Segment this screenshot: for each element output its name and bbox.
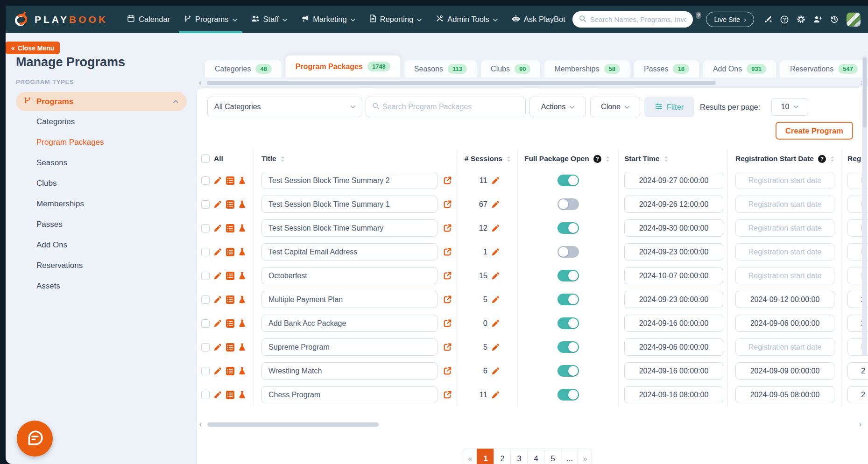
full-package-open-toggle[interactable] (557, 294, 579, 305)
scrollbar-thumb[interactable] (207, 81, 716, 85)
sidebar-item-add-ons[interactable]: Add Ons (16, 235, 187, 255)
test-flask-icon[interactable] (239, 248, 246, 256)
title-input[interactable]: Octoberfest (261, 267, 438, 284)
details-list-icon[interactable] (226, 391, 234, 399)
registration-start-date-input[interactable]: 2024-09-05 08:00:00 (735, 386, 834, 403)
filter-button[interactable]: Filter (644, 97, 694, 117)
test-flask-icon[interactable] (239, 343, 246, 351)
nav-item-staff[interactable]: Staff (244, 6, 295, 33)
column-header-registration-start-date[interactable]: Registration Start Date? (727, 149, 841, 169)
test-flask-icon[interactable] (239, 367, 246, 375)
tab-add-ons[interactable]: Add Ons931 (703, 60, 776, 77)
registration-start-date-input[interactable]: Registration start date (735, 243, 834, 260)
sidebar-item-seasons[interactable]: Seasons (16, 153, 187, 173)
pagination-first[interactable]: « (463, 449, 477, 464)
title-input[interactable]: Chess Program (261, 386, 438, 403)
full-package-open-toggle[interactable] (557, 246, 579, 258)
edit-pencil-icon[interactable] (492, 200, 500, 208)
global-search[interactable] (572, 11, 693, 28)
row-checkbox[interactable] (201, 295, 210, 304)
registration-end-date-input[interactable]: 2 (847, 362, 868, 380)
announcements-icon[interactable] (763, 15, 772, 24)
start-time-input[interactable]: 2024-09-16 08:00:00 (624, 386, 723, 403)
create-program-button[interactable]: Create Program (776, 122, 853, 140)
global-search-input[interactable] (590, 15, 687, 23)
column-header-full-package-open[interactable]: Full Package Open? (517, 149, 618, 169)
title-input[interactable]: Test Session Block Time Summary 2 (261, 172, 438, 189)
full-package-open-toggle[interactable] (557, 365, 579, 377)
full-package-open-toggle[interactable] (557, 317, 579, 329)
row-checkbox[interactable] (201, 319, 210, 328)
title-input[interactable]: Multiple Payment Plan (261, 291, 438, 308)
nav-item-admin-tools[interactable]: Admin Tools (429, 6, 505, 33)
column-header-title[interactable]: Title (254, 149, 457, 169)
help-icon[interactable]: ? (593, 155, 601, 163)
start-time-input[interactable]: 2024-09-16 00:00:00 (624, 315, 723, 332)
sidebar-item-categories[interactable]: Categories (16, 112, 187, 132)
settings-icon[interactable] (797, 15, 805, 24)
package-search-input[interactable] (382, 103, 519, 111)
start-time-input[interactable]: 2024-09-30 00:00:00 (624, 219, 723, 237)
external-link-icon[interactable] (443, 366, 452, 376)
title-input[interactable]: Test Session Block Time Summary 1 (261, 196, 438, 213)
edit-pencil-icon[interactable] (492, 391, 500, 399)
edit-pencil-icon[interactable] (214, 272, 222, 280)
edit-pencil-icon[interactable] (214, 343, 222, 351)
add-user-icon[interactable] (813, 15, 822, 23)
edit-pencil-icon[interactable] (492, 176, 500, 184)
pagination-page-5[interactable]: 5 (544, 449, 562, 464)
start-time-input[interactable]: 2024-09-06 00:00:00 (624, 338, 723, 356)
nav-item-programs[interactable]: Programs (177, 6, 244, 33)
playbook-logo[interactable]: PLAYBOOK (12, 11, 108, 28)
test-flask-icon[interactable] (239, 224, 246, 232)
title-input[interactable]: Test Session Block Time Summary (261, 219, 438, 237)
scroll-right-icon[interactable]: › (859, 421, 861, 428)
live-site-button[interactable]: Live Site › (706, 12, 754, 27)
sidebar-item-program-packages[interactable]: Program Packages (16, 132, 187, 152)
details-list-icon[interactable] (226, 367, 234, 375)
registration-start-date-input[interactable]: 2024-09-09 00:00:00 (735, 362, 834, 380)
category-filter-select[interactable]: All Categories (207, 97, 362, 117)
tab-passes[interactable]: Passes18 (634, 60, 699, 77)
start-time-input[interactable]: 2024-09-26 12:00:00 (624, 196, 723, 213)
registration-start-date-input[interactable]: Registration start date (735, 338, 834, 356)
sidebar-item-reservations[interactable]: Reservations (16, 255, 187, 275)
column-header-start-time[interactable]: Start Time (618, 149, 727, 169)
edit-pencil-icon[interactable] (492, 224, 500, 232)
test-flask-icon[interactable] (239, 200, 246, 208)
edit-pencil-icon[interactable] (492, 248, 500, 256)
sort-icon[interactable] (830, 156, 834, 162)
tab-seasons[interactable]: Seasons113 (404, 60, 477, 77)
row-checkbox[interactable] (201, 200, 210, 209)
tab-memberships[interactable]: Memberships58 (544, 60, 630, 77)
edit-pencil-icon[interactable] (214, 224, 222, 232)
sort-icon[interactable] (507, 156, 511, 162)
history-icon[interactable] (830, 15, 839, 23)
external-link-icon[interactable] (443, 223, 452, 233)
start-time-input[interactable]: 2024-09-16 00:00:00 (624, 362, 723, 380)
full-package-open-toggle[interactable] (557, 198, 579, 210)
help-icon[interactable]: ? (818, 155, 826, 163)
details-list-icon[interactable] (226, 343, 234, 352)
edit-pencil-icon[interactable] (214, 367, 222, 375)
registration-start-date-input[interactable]: Registration start date (735, 172, 834, 189)
registration-start-date-input[interactable]: 2024-09-12 00:00:00 (735, 291, 834, 308)
registration-start-date-input[interactable]: 2024-09-06 00:00:00 (735, 315, 834, 332)
edit-pencil-icon[interactable] (214, 200, 222, 208)
registration-start-date-input[interactable]: Registration start date (735, 219, 834, 237)
external-link-icon[interactable] (443, 390, 452, 400)
tab-clubs[interactable]: Clubs90 (480, 60, 541, 77)
details-list-icon[interactable] (226, 224, 234, 232)
help-circle-icon[interactable]: ? (780, 15, 789, 24)
pagination-page-2[interactable]: 2 (494, 449, 511, 464)
sidebar-item-clubs[interactable]: Clubs (16, 173, 187, 193)
edit-pencil-icon[interactable] (492, 343, 500, 351)
search-help-icon[interactable]: ? (696, 12, 701, 19)
edit-pencil-icon[interactable] (214, 391, 222, 399)
pagination-page-4[interactable]: 4 (528, 449, 545, 464)
tab-reservations[interactable]: Reservations547 (780, 60, 868, 77)
scrollbar-thumb[interactable] (863, 57, 867, 127)
row-checkbox[interactable] (201, 391, 210, 399)
user-avatar[interactable] (847, 13, 861, 27)
sidebar-item-assets[interactable]: Assets (16, 276, 187, 296)
